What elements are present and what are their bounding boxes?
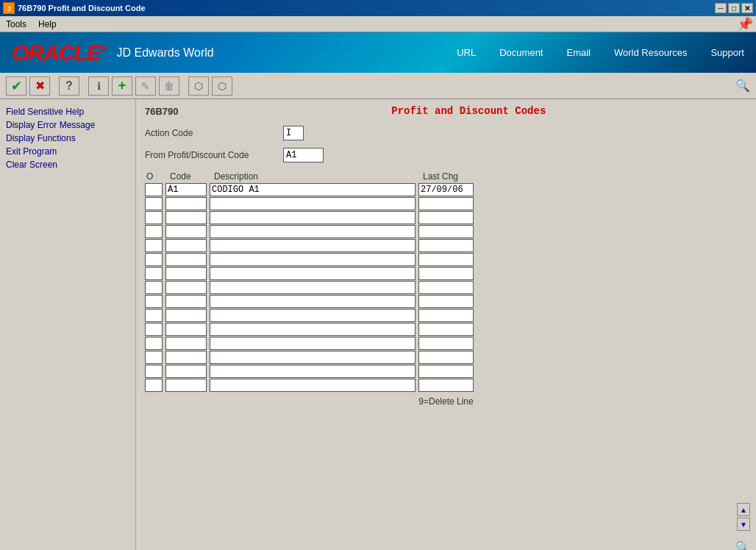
help-button[interactable]: ? (59, 76, 79, 96)
cell-desc-10[interactable] (210, 323, 416, 336)
search-icon-bottom[interactable]: 🔍 (735, 540, 750, 550)
add-button[interactable]: + (112, 76, 132, 96)
cell-desc-6[interactable] (210, 267, 416, 280)
cell-lastchg-9[interactable] (418, 309, 474, 322)
cell-lastchg-11[interactable] (418, 337, 474, 350)
cell-o-8[interactable] (145, 295, 163, 308)
scroll-up-icon[interactable]: ▲ (737, 503, 750, 516)
cell-lastchg-13[interactable] (418, 365, 474, 378)
action-code-input[interactable] (283, 126, 304, 140)
cell-o-6[interactable] (145, 267, 163, 280)
cell-lastchg-1[interactable] (418, 197, 474, 210)
cell-code-10[interactable] (165, 323, 207, 336)
ok-button[interactable]: ✔ (6, 76, 26, 96)
sidebar-display-functions[interactable]: Display Functions (3, 132, 132, 145)
cell-desc-1[interactable] (210, 197, 416, 210)
nav-document[interactable]: Document (499, 47, 543, 58)
cell-code-6[interactable] (165, 267, 207, 280)
scroll-icons: ▲ ▼ (737, 503, 750, 531)
cell-o-13[interactable] (145, 365, 163, 378)
cell-o-9[interactable] (145, 309, 163, 322)
cell-code-1[interactable] (165, 197, 207, 210)
cell-o-10[interactable] (145, 323, 163, 336)
cell-desc-7[interactable] (210, 281, 416, 294)
cell-o-1[interactable] (145, 197, 163, 210)
menu-tools[interactable]: Tools (3, 18, 29, 31)
jde-text: JD Edwards World (117, 46, 214, 60)
cell-desc-3[interactable] (210, 225, 416, 238)
cell-lastchg-8[interactable] (418, 295, 474, 308)
cell-lastchg-2[interactable] (418, 211, 474, 224)
nav-url[interactable]: URL (457, 47, 476, 58)
table-row (145, 267, 747, 280)
cell-desc-0[interactable] (210, 183, 416, 196)
cell-desc-9[interactable] (210, 309, 416, 322)
nav-email[interactable]: Email (566, 47, 591, 58)
sidebar-field-sensitive-help[interactable]: Field Sensitive Help (3, 105, 132, 118)
cell-code-3[interactable] (165, 225, 207, 238)
cell-lastchg-14[interactable] (418, 379, 474, 392)
sidebar-exit-program[interactable]: Exit Program (3, 145, 132, 158)
toolbar-search-icon[interactable]: 🔍 (735, 79, 750, 93)
cell-code-12[interactable] (165, 351, 207, 364)
cell-o-7[interactable] (145, 281, 163, 294)
maximize-button[interactable]: □ (728, 3, 740, 13)
table-row (145, 281, 747, 294)
cell-desc-12[interactable] (210, 351, 416, 364)
cell-o-5[interactable] (145, 253, 163, 266)
minimize-button[interactable]: ─ (715, 3, 727, 13)
cell-desc-14[interactable] (210, 379, 416, 392)
app-icon: J (3, 2, 15, 14)
menu-help[interactable]: Help (35, 18, 60, 31)
cell-lastchg-6[interactable] (418, 267, 474, 280)
cell-lastchg-10[interactable] (418, 323, 474, 336)
sidebar-display-error-message[interactable]: Display Error Message (3, 118, 132, 132)
nav-support[interactable]: Support (710, 47, 744, 58)
sidebar: Field Sensitive Help Display Error Messa… (0, 99, 136, 550)
cell-lastchg-5[interactable] (418, 253, 474, 266)
cell-o-4[interactable] (145, 239, 163, 252)
cell-desc-11[interactable] (210, 337, 416, 350)
cell-code-4[interactable] (165, 239, 207, 252)
cell-lastchg-12[interactable] (418, 351, 474, 364)
cell-code-9[interactable] (165, 309, 207, 322)
oracle-text: ORACLE® (12, 39, 107, 66)
cell-lastchg-7[interactable] (418, 281, 474, 294)
scroll-down-icon[interactable]: ▼ (737, 518, 750, 531)
cell-code-0[interactable] (165, 183, 207, 196)
cell-o-14[interactable] (145, 379, 163, 392)
cell-o-11[interactable] (145, 337, 163, 350)
cell-lastchg-3[interactable] (418, 225, 474, 238)
paste-button[interactable]: ⬡ (212, 76, 232, 96)
cell-lastchg-4[interactable] (418, 239, 474, 252)
table-row (145, 295, 747, 308)
from-profit-input[interactable] (283, 148, 324, 162)
cell-desc-8[interactable] (210, 295, 416, 308)
cell-o-0[interactable] (145, 183, 163, 196)
cell-code-8[interactable] (165, 295, 207, 308)
cell-code-5[interactable] (165, 253, 207, 266)
cell-desc-13[interactable] (210, 365, 416, 378)
cell-code-2[interactable] (165, 211, 207, 224)
copy-button[interactable]: ⬡ (188, 76, 209, 96)
cell-o-3[interactable] (145, 225, 163, 238)
oracle-pin-icon[interactable]: 📌 (737, 16, 753, 32)
cell-code-14[interactable] (165, 379, 207, 392)
info-button[interactable]: ℹ (88, 76, 109, 96)
cell-desc-4[interactable] (210, 239, 416, 252)
cell-code-13[interactable] (165, 365, 207, 378)
close-button[interactable]: ✕ (741, 3, 753, 13)
cell-o-12[interactable] (145, 351, 163, 364)
cell-desc-5[interactable] (210, 253, 416, 266)
edit-button[interactable]: ✎ (135, 76, 156, 96)
cell-desc-2[interactable] (210, 211, 416, 224)
cell-code-11[interactable] (165, 337, 207, 350)
cancel-button[interactable]: ✖ (29, 76, 50, 96)
cell-o-2[interactable] (145, 211, 163, 224)
nav-world-resources[interactable]: World Resources (614, 47, 687, 58)
sidebar-clear-screen[interactable]: Clear Screen (3, 158, 132, 171)
cell-lastchg-0[interactable] (418, 183, 474, 196)
cell-code-7[interactable] (165, 281, 207, 294)
header-nav: URL Document Email World Resources Suppo… (457, 47, 744, 58)
delete-button[interactable]: 🗑 (159, 76, 179, 96)
